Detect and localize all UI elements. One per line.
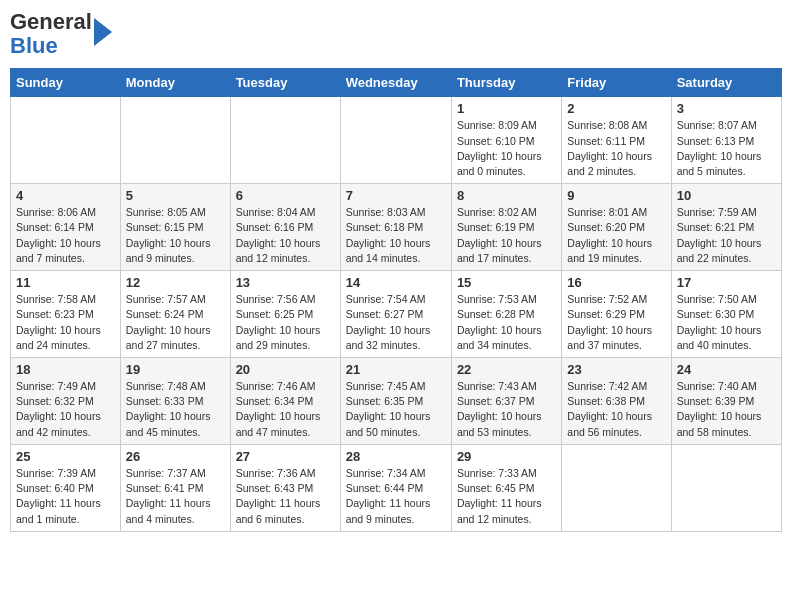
day-info: Sunrise: 8:07 AM Sunset: 6:13 PM Dayligh… <box>677 118 776 179</box>
logo-text: General Blue <box>10 10 92 58</box>
day-number: 8 <box>457 188 556 203</box>
week-row-3: 11Sunrise: 7:58 AM Sunset: 6:23 PM Dayli… <box>11 271 782 358</box>
day-number: 3 <box>677 101 776 116</box>
day-cell <box>120 97 230 184</box>
week-row-4: 18Sunrise: 7:49 AM Sunset: 6:32 PM Dayli… <box>11 358 782 445</box>
day-number: 2 <box>567 101 665 116</box>
day-number: 9 <box>567 188 665 203</box>
day-cell: 27Sunrise: 7:36 AM Sunset: 6:43 PM Dayli… <box>230 444 340 531</box>
day-number: 12 <box>126 275 225 290</box>
day-info: Sunrise: 8:01 AM Sunset: 6:20 PM Dayligh… <box>567 205 665 266</box>
day-cell: 25Sunrise: 7:39 AM Sunset: 6:40 PM Dayli… <box>11 444 121 531</box>
day-number: 25 <box>16 449 115 464</box>
day-number: 22 <box>457 362 556 377</box>
day-cell: 5Sunrise: 8:05 AM Sunset: 6:15 PM Daylig… <box>120 184 230 271</box>
day-cell <box>562 444 671 531</box>
calendar-table: SundayMondayTuesdayWednesdayThursdayFrid… <box>10 68 782 531</box>
day-info: Sunrise: 7:56 AM Sunset: 6:25 PM Dayligh… <box>236 292 335 353</box>
day-cell: 20Sunrise: 7:46 AM Sunset: 6:34 PM Dayli… <box>230 358 340 445</box>
day-number: 18 <box>16 362 115 377</box>
day-cell: 16Sunrise: 7:52 AM Sunset: 6:29 PM Dayli… <box>562 271 671 358</box>
logo-general: General <box>10 9 92 34</box>
day-info: Sunrise: 7:37 AM Sunset: 6:41 PM Dayligh… <box>126 466 225 527</box>
day-cell: 23Sunrise: 7:42 AM Sunset: 6:38 PM Dayli… <box>562 358 671 445</box>
day-cell: 12Sunrise: 7:57 AM Sunset: 6:24 PM Dayli… <box>120 271 230 358</box>
day-cell <box>230 97 340 184</box>
day-info: Sunrise: 7:53 AM Sunset: 6:28 PM Dayligh… <box>457 292 556 353</box>
day-info: Sunrise: 7:52 AM Sunset: 6:29 PM Dayligh… <box>567 292 665 353</box>
weekday-header-tuesday: Tuesday <box>230 69 340 97</box>
weekday-header-thursday: Thursday <box>451 69 561 97</box>
day-number: 28 <box>346 449 446 464</box>
day-cell: 11Sunrise: 7:58 AM Sunset: 6:23 PM Dayli… <box>11 271 121 358</box>
day-info: Sunrise: 7:49 AM Sunset: 6:32 PM Dayligh… <box>16 379 115 440</box>
day-info: Sunrise: 7:39 AM Sunset: 6:40 PM Dayligh… <box>16 466 115 527</box>
day-info: Sunrise: 7:40 AM Sunset: 6:39 PM Dayligh… <box>677 379 776 440</box>
day-cell: 26Sunrise: 7:37 AM Sunset: 6:41 PM Dayli… <box>120 444 230 531</box>
weekday-header-wednesday: Wednesday <box>340 69 451 97</box>
day-cell: 29Sunrise: 7:33 AM Sunset: 6:45 PM Dayli… <box>451 444 561 531</box>
day-cell: 24Sunrise: 7:40 AM Sunset: 6:39 PM Dayli… <box>671 358 781 445</box>
day-info: Sunrise: 7:43 AM Sunset: 6:37 PM Dayligh… <box>457 379 556 440</box>
day-info: Sunrise: 7:46 AM Sunset: 6:34 PM Dayligh… <box>236 379 335 440</box>
day-number: 6 <box>236 188 335 203</box>
day-cell: 1Sunrise: 8:09 AM Sunset: 6:10 PM Daylig… <box>451 97 561 184</box>
day-number: 27 <box>236 449 335 464</box>
day-cell: 18Sunrise: 7:49 AM Sunset: 6:32 PM Dayli… <box>11 358 121 445</box>
logo-blue: Blue <box>10 33 58 58</box>
day-cell: 2Sunrise: 8:08 AM Sunset: 6:11 PM Daylig… <box>562 97 671 184</box>
day-cell: 10Sunrise: 7:59 AM Sunset: 6:21 PM Dayli… <box>671 184 781 271</box>
day-number: 1 <box>457 101 556 116</box>
day-cell: 13Sunrise: 7:56 AM Sunset: 6:25 PM Dayli… <box>230 271 340 358</box>
day-number: 15 <box>457 275 556 290</box>
day-cell: 28Sunrise: 7:34 AM Sunset: 6:44 PM Dayli… <box>340 444 451 531</box>
day-cell <box>340 97 451 184</box>
logo-arrow-icon <box>94 18 112 46</box>
day-cell: 15Sunrise: 7:53 AM Sunset: 6:28 PM Dayli… <box>451 271 561 358</box>
week-row-5: 25Sunrise: 7:39 AM Sunset: 6:40 PM Dayli… <box>11 444 782 531</box>
day-cell: 9Sunrise: 8:01 AM Sunset: 6:20 PM Daylig… <box>562 184 671 271</box>
page-header: General Blue <box>10 10 782 58</box>
weekday-header-monday: Monday <box>120 69 230 97</box>
day-number: 26 <box>126 449 225 464</box>
day-cell <box>671 444 781 531</box>
week-row-1: 1Sunrise: 8:09 AM Sunset: 6:10 PM Daylig… <box>11 97 782 184</box>
day-info: Sunrise: 7:58 AM Sunset: 6:23 PM Dayligh… <box>16 292 115 353</box>
day-number: 21 <box>346 362 446 377</box>
day-number: 17 <box>677 275 776 290</box>
day-cell: 8Sunrise: 8:02 AM Sunset: 6:19 PM Daylig… <box>451 184 561 271</box>
day-info: Sunrise: 7:54 AM Sunset: 6:27 PM Dayligh… <box>346 292 446 353</box>
day-number: 5 <box>126 188 225 203</box>
day-info: Sunrise: 7:34 AM Sunset: 6:44 PM Dayligh… <box>346 466 446 527</box>
day-cell <box>11 97 121 184</box>
day-cell: 14Sunrise: 7:54 AM Sunset: 6:27 PM Dayli… <box>340 271 451 358</box>
day-info: Sunrise: 7:50 AM Sunset: 6:30 PM Dayligh… <box>677 292 776 353</box>
day-cell: 17Sunrise: 7:50 AM Sunset: 6:30 PM Dayli… <box>671 271 781 358</box>
day-info: Sunrise: 7:45 AM Sunset: 6:35 PM Dayligh… <box>346 379 446 440</box>
day-number: 4 <box>16 188 115 203</box>
day-info: Sunrise: 7:48 AM Sunset: 6:33 PM Dayligh… <box>126 379 225 440</box>
day-info: Sunrise: 7:59 AM Sunset: 6:21 PM Dayligh… <box>677 205 776 266</box>
weekday-header-row: SundayMondayTuesdayWednesdayThursdayFrid… <box>11 69 782 97</box>
day-number: 16 <box>567 275 665 290</box>
day-info: Sunrise: 7:36 AM Sunset: 6:43 PM Dayligh… <box>236 466 335 527</box>
day-cell: 7Sunrise: 8:03 AM Sunset: 6:18 PM Daylig… <box>340 184 451 271</box>
day-info: Sunrise: 8:02 AM Sunset: 6:19 PM Dayligh… <box>457 205 556 266</box>
weekday-header-friday: Friday <box>562 69 671 97</box>
day-number: 24 <box>677 362 776 377</box>
week-row-2: 4Sunrise: 8:06 AM Sunset: 6:14 PM Daylig… <box>11 184 782 271</box>
day-cell: 21Sunrise: 7:45 AM Sunset: 6:35 PM Dayli… <box>340 358 451 445</box>
day-info: Sunrise: 7:33 AM Sunset: 6:45 PM Dayligh… <box>457 466 556 527</box>
day-number: 14 <box>346 275 446 290</box>
day-number: 11 <box>16 275 115 290</box>
day-info: Sunrise: 7:57 AM Sunset: 6:24 PM Dayligh… <box>126 292 225 353</box>
day-cell: 3Sunrise: 8:07 AM Sunset: 6:13 PM Daylig… <box>671 97 781 184</box>
day-cell: 19Sunrise: 7:48 AM Sunset: 6:33 PM Dayli… <box>120 358 230 445</box>
day-number: 20 <box>236 362 335 377</box>
day-info: Sunrise: 8:08 AM Sunset: 6:11 PM Dayligh… <box>567 118 665 179</box>
day-number: 10 <box>677 188 776 203</box>
day-cell: 22Sunrise: 7:43 AM Sunset: 6:37 PM Dayli… <box>451 358 561 445</box>
day-info: Sunrise: 8:06 AM Sunset: 6:14 PM Dayligh… <box>16 205 115 266</box>
day-info: Sunrise: 8:09 AM Sunset: 6:10 PM Dayligh… <box>457 118 556 179</box>
day-info: Sunrise: 8:05 AM Sunset: 6:15 PM Dayligh… <box>126 205 225 266</box>
